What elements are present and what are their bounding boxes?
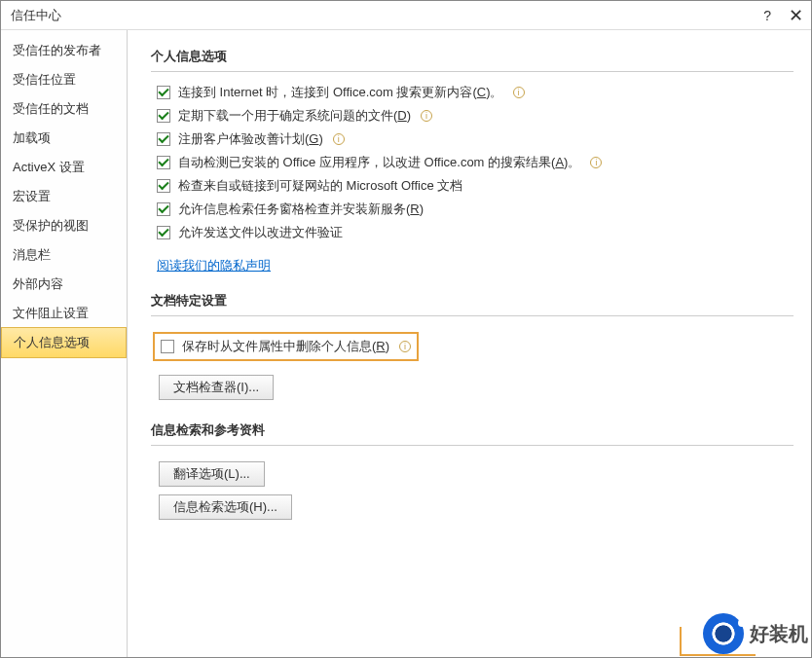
sidebar-item-5[interactable]: 宏设置: [1, 182, 127, 211]
info-icon[interactable]: i: [421, 110, 432, 122]
info-icon[interactable]: i: [399, 341, 411, 352]
research-options-button[interactable]: 信息检索选项(H)...: [159, 494, 292, 520]
personal-option-6: 允许发送文件以改进文件验证: [151, 224, 794, 241]
personal-option-checkbox-4[interactable]: [157, 179, 170, 193]
remove-personal-info-checkbox[interactable]: [161, 340, 174, 353]
section-header-research: 信息检索和参考资料: [151, 421, 794, 446]
section-header-docspec: 文档特定设置: [151, 292, 794, 316]
personal-option-label-5: 允许信息检索任务窗格检查并安装新服务(R): [178, 201, 424, 218]
content-panel: 个人信息选项 连接到 Internet 时，连接到 Office.com 搜索更…: [128, 30, 811, 657]
personal-option-0: 连接到 Internet 时，连接到 Office.com 搜索更新内容(C)。…: [151, 84, 794, 101]
personal-option-4: 检查来自或链接到可疑网站的 Microsoft Office 文档: [151, 177, 794, 195]
sidebar-item-3[interactable]: 加载项: [1, 124, 127, 153]
sidebar-item-6[interactable]: 受保护的视图: [1, 211, 127, 240]
section-header-personal: 个人信息选项: [151, 48, 794, 72]
personal-option-label-0: 连接到 Internet 时，连接到 Office.com 搜索更新内容(C)。: [178, 84, 503, 101]
personal-option-label-1: 定期下载一个用于确定系统问题的文件(D): [178, 107, 411, 125]
personal-option-checkbox-2[interactable]: [157, 132, 170, 146]
sidebar-item-8[interactable]: 外部内容: [1, 270, 127, 299]
privacy-link[interactable]: 阅读我们的隐私声明: [157, 257, 271, 274]
personal-option-2: 注册客户体验改善计划(G)i: [151, 130, 794, 148]
sidebar: 受信任的发布者受信任位置受信任的文档加载项ActiveX 设置宏设置受保护的视图…: [1, 30, 128, 657]
watermark: 好装机: [703, 613, 808, 654]
personal-option-checkbox-3[interactable]: [157, 156, 170, 169]
personal-option-3: 自动检测已安装的 Office 应用程序，以改进 Office.com 的搜索结…: [151, 154, 794, 171]
personal-option-label-3: 自动检测已安装的 Office 应用程序，以改进 Office.com 的搜索结…: [178, 154, 580, 171]
remove-personal-info-highlight: 保存时从文件属性中删除个人信息(R) i: [153, 332, 419, 361]
sidebar-item-7[interactable]: 消息栏: [1, 240, 127, 270]
sidebar-item-1[interactable]: 受信任位置: [1, 65, 127, 94]
personal-option-5: 允许信息检索任务窗格检查并安装新服务(R): [151, 201, 794, 218]
sidebar-item-10[interactable]: 个人信息选项: [1, 327, 127, 358]
sidebar-item-0[interactable]: 受信任的发布者: [1, 36, 127, 65]
personal-option-checkbox-0[interactable]: [157, 86, 170, 99]
window-title: 信任中心: [11, 7, 61, 24]
personal-option-label-2: 注册客户体验改善计划(G): [178, 130, 323, 148]
personal-option-checkbox-1[interactable]: [157, 109, 170, 123]
remove-personal-info-label: 保存时从文件属性中删除个人信息(R): [182, 338, 389, 355]
personal-option-checkbox-5[interactable]: [157, 202, 170, 216]
personal-option-checkbox-6[interactable]: [157, 226, 170, 239]
translate-options-button[interactable]: 翻译选项(L)...: [159, 461, 265, 487]
info-icon[interactable]: i: [590, 157, 602, 168]
help-icon[interactable]: ?: [763, 8, 771, 23]
info-icon[interactable]: i: [333, 133, 345, 145]
close-icon[interactable]: ✕: [789, 5, 803, 26]
sidebar-item-4[interactable]: ActiveX 设置: [1, 153, 127, 182]
info-icon[interactable]: i: [513, 87, 525, 98]
document-inspector-button[interactable]: 文档检查器(I)...: [159, 375, 274, 400]
titlebar: 信任中心 ? ✕: [1, 1, 811, 30]
sidebar-item-9[interactable]: 文件阻止设置: [1, 299, 127, 328]
watermark-logo-icon: [703, 613, 744, 654]
sidebar-item-2[interactable]: 受信任的文档: [1, 94, 127, 124]
personal-option-label-4: 检查来自或链接到可疑网站的 Microsoft Office 文档: [178, 177, 462, 195]
personal-option-1: 定期下载一个用于确定系统问题的文件(D)i: [151, 107, 794, 125]
personal-option-label-6: 允许发送文件以改进文件验证: [178, 224, 343, 241]
watermark-text: 好装机: [750, 621, 808, 647]
